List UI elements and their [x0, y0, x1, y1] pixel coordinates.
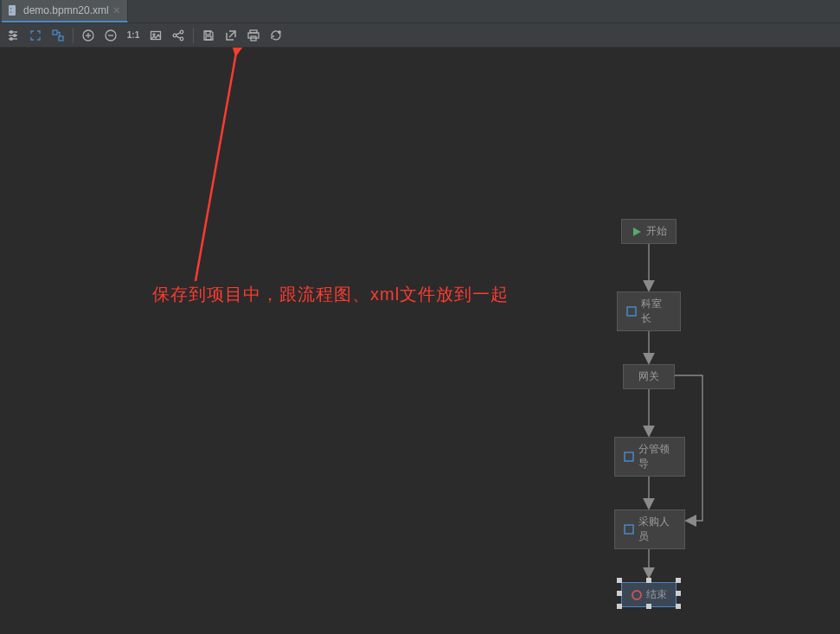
svg-rect-35 — [627, 307, 636, 316]
svg-rect-9 — [53, 30, 57, 35]
diagram-canvas[interactable]: 保存到项目中，跟流程图、xml文件放到一起 开始 科室长 网关 分管领导 采购人… — [0, 48, 840, 634]
node-label: 网关 — [638, 369, 659, 384]
play-icon — [632, 227, 642, 237]
svg-rect-23 — [206, 31, 210, 35]
zoom-out-icon[interactable] — [101, 26, 120, 45]
svg-point-38 — [632, 591, 641, 599]
svg-point-7 — [14, 34, 16, 36]
selection-handle[interactable] — [617, 578, 622, 583]
print-icon[interactable] — [244, 26, 263, 45]
open-external-icon[interactable] — [221, 26, 240, 45]
svg-line-21 — [176, 32, 181, 34]
svg-line-29 — [196, 53, 236, 281]
svg-point-20 — [180, 37, 183, 41]
actual-size-icon[interactable]: 1:1 — [124, 26, 143, 45]
svg-point-18 — [173, 34, 176, 37]
editor-tab[interactable]: demo.bpmn20.xml × — [2, 0, 128, 22]
file-type-icon — [7, 4, 19, 16]
svg-rect-0 — [9, 5, 16, 16]
tab-bar: demo.bpmn20.xml × — [0, 0, 840, 23]
zoom-in-icon[interactable] — [79, 26, 98, 45]
flow-edges — [0, 48, 840, 634]
separator — [73, 28, 74, 43]
flow-node-caigou[interactable]: 采购人员 — [614, 509, 685, 549]
selection-handle[interactable] — [676, 591, 681, 596]
node-label: 开始 — [646, 224, 667, 239]
export-image-icon[interactable] — [146, 26, 165, 45]
svg-point-28 — [279, 30, 280, 32]
svg-point-1 — [10, 8, 12, 10]
selection-handle[interactable] — [676, 604, 681, 609]
svg-point-19 — [180, 30, 183, 34]
task-icon — [626, 306, 637, 317]
svg-rect-24 — [206, 36, 211, 40]
node-label: 结束 — [646, 587, 667, 602]
task-icon — [624, 451, 634, 462]
settings-icon[interactable] — [3, 26, 22, 45]
flow-node-gateway[interactable]: 网关 — [623, 364, 675, 389]
svg-rect-37 — [625, 525, 633, 534]
svg-line-22 — [176, 35, 181, 37]
stop-icon — [632, 590, 642, 600]
fit-icon[interactable] — [26, 26, 45, 45]
svg-rect-10 — [59, 36, 63, 41]
share-icon[interactable] — [169, 26, 188, 45]
node-label: 分管领导 — [638, 442, 676, 471]
svg-rect-26 — [248, 33, 259, 38]
editor-toolbar: 1:1 — [0, 23, 840, 48]
selection-handle[interactable] — [617, 591, 622, 596]
node-label: 采购人员 — [638, 515, 676, 544]
svg-point-2 — [10, 11, 12, 13]
flow-node-keshi[interactable]: 科室长 — [617, 291, 681, 331]
tab-filename: demo.bpmn20.xml — [23, 4, 109, 16]
separator — [193, 28, 194, 43]
selection-handle[interactable] — [676, 578, 681, 583]
svg-point-6 — [10, 30, 13, 33]
flow-node-fenguan[interactable]: 分管领导 — [614, 437, 685, 477]
save-icon[interactable] — [199, 26, 218, 45]
annotation-text: 保存到项目中，跟流程图、xml文件放到一起 — [152, 283, 509, 305]
selection-handle[interactable] — [646, 578, 651, 583]
close-tab-icon[interactable]: × — [113, 4, 120, 16]
selection-handle[interactable] — [617, 604, 622, 609]
svg-rect-36 — [625, 452, 633, 461]
selection-handle[interactable] — [646, 604, 651, 609]
svg-point-17 — [153, 34, 155, 35]
task-icon — [624, 524, 634, 535]
diagram-layout-icon[interactable] — [48, 26, 67, 45]
svg-point-8 — [10, 37, 13, 40]
flow-node-start[interactable]: 开始 — [621, 219, 676, 244]
node-label: 科室长 — [641, 297, 671, 326]
refresh-icon[interactable] — [266, 26, 285, 45]
